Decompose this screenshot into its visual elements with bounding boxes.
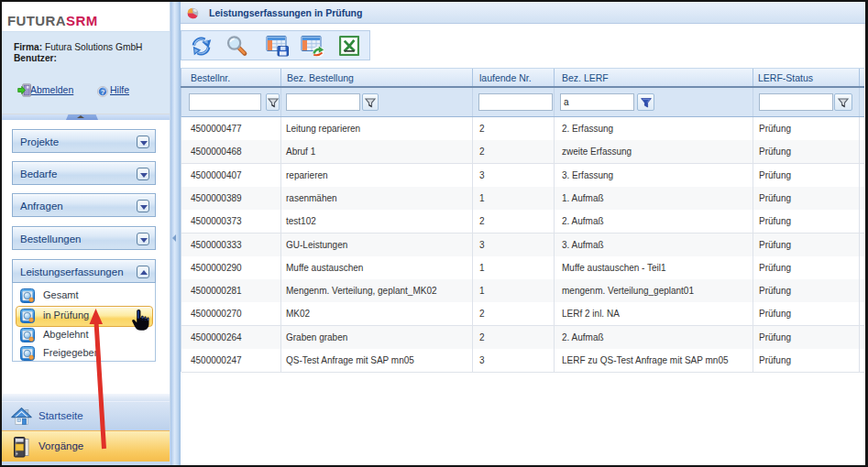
svg-text:?: ?: [101, 88, 105, 96]
